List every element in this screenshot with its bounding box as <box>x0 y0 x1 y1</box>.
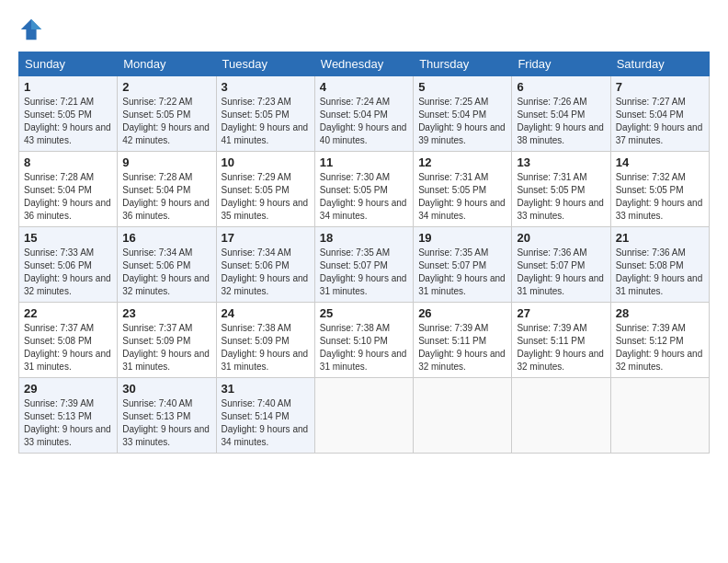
weekday-header-tuesday: Tuesday <box>216 52 314 76</box>
calendar-week-1: 1 Sunrise: 7:21 AM Sunset: 5:05 PM Dayli… <box>19 76 710 152</box>
day-number: 21 <box>616 231 704 245</box>
day-number: 6 <box>517 80 605 94</box>
day-number: 15 <box>24 231 112 245</box>
calendar-cell: 9 Sunrise: 7:28 AM Sunset: 5:04 PM Dayli… <box>118 152 216 227</box>
calendar-cell: 12 Sunrise: 7:31 AM Sunset: 5:05 PM Dayl… <box>414 152 512 227</box>
day-number: 26 <box>418 306 506 320</box>
day-number: 4 <box>320 80 408 94</box>
calendar-cell: 3 Sunrise: 7:23 AM Sunset: 5:05 PM Dayli… <box>216 76 314 152</box>
calendar-header: SundayMondayTuesdayWednesdayThursdayFrid… <box>19 52 710 76</box>
calendar-week-3: 15 Sunrise: 7:33 AM Sunset: 5:06 PM Dayl… <box>19 227 710 303</box>
day-info: Sunrise: 7:31 AM Sunset: 5:05 PM Dayligh… <box>517 171 605 223</box>
day-number: 11 <box>320 155 408 169</box>
calendar-cell: 2 Sunrise: 7:22 AM Sunset: 5:05 PM Dayli… <box>118 76 216 152</box>
day-number: 25 <box>320 306 408 320</box>
day-number: 31 <box>222 382 310 396</box>
day-number: 8 <box>24 155 112 169</box>
calendar-cell: 16 Sunrise: 7:34 AM Sunset: 5:06 PM Dayl… <box>118 227 216 303</box>
day-number: 22 <box>24 306 112 320</box>
weekday-header-monday: Monday <box>118 52 216 76</box>
day-info: Sunrise: 7:21 AM Sunset: 5:05 PM Dayligh… <box>24 96 112 147</box>
calendar-cell: 1 Sunrise: 7:21 AM Sunset: 5:05 PM Dayli… <box>19 76 118 152</box>
calendar-cell: 31 Sunrise: 7:40 AM Sunset: 5:14 PM Dayl… <box>216 378 314 454</box>
calendar-cell: 5 Sunrise: 7:25 AM Sunset: 5:04 PM Dayli… <box>414 76 512 152</box>
day-info: Sunrise: 7:32 AM Sunset: 5:05 PM Dayligh… <box>616 171 704 223</box>
day-number: 23 <box>122 306 210 320</box>
calendar-cell <box>512 378 610 454</box>
weekday-header-wednesday: Wednesday <box>314 52 413 76</box>
day-number: 13 <box>517 155 605 169</box>
day-number: 20 <box>517 231 605 245</box>
day-info: Sunrise: 7:26 AM Sunset: 5:04 PM Dayligh… <box>517 96 605 147</box>
calendar-cell: 15 Sunrise: 7:33 AM Sunset: 5:06 PM Dayl… <box>19 227 118 303</box>
day-info: Sunrise: 7:33 AM Sunset: 5:06 PM Dayligh… <box>24 247 112 298</box>
day-number: 2 <box>122 80 210 94</box>
day-number: 27 <box>517 306 605 320</box>
day-number: 7 <box>616 80 704 94</box>
day-number: 18 <box>320 231 408 245</box>
day-info: Sunrise: 7:25 AM Sunset: 5:04 PM Dayligh… <box>418 96 506 147</box>
day-number: 3 <box>222 80 310 94</box>
calendar-table: SundayMondayTuesdayWednesdayThursdayFrid… <box>18 52 710 454</box>
calendar-cell: 28 Sunrise: 7:39 AM Sunset: 5:12 PM Dayl… <box>610 303 709 378</box>
day-info: Sunrise: 7:39 AM Sunset: 5:12 PM Dayligh… <box>616 322 704 373</box>
calendar-cell: 22 Sunrise: 7:37 AM Sunset: 5:08 PM Dayl… <box>19 303 118 378</box>
svg-marker-1 <box>31 19 41 29</box>
calendar-cell: 21 Sunrise: 7:36 AM Sunset: 5:08 PM Dayl… <box>610 227 709 303</box>
calendar-cell: 11 Sunrise: 7:30 AM Sunset: 5:05 PM Dayl… <box>314 152 413 227</box>
day-info: Sunrise: 7:35 AM Sunset: 5:07 PM Dayligh… <box>418 247 506 298</box>
calendar-body: 1 Sunrise: 7:21 AM Sunset: 5:05 PM Dayli… <box>19 76 710 454</box>
calendar-cell: 4 Sunrise: 7:24 AM Sunset: 5:04 PM Dayli… <box>314 76 413 152</box>
day-info: Sunrise: 7:31 AM Sunset: 5:05 PM Dayligh… <box>418 171 506 223</box>
day-info: Sunrise: 7:30 AM Sunset: 5:05 PM Dayligh… <box>320 171 408 223</box>
day-number: 1 <box>24 80 112 94</box>
day-info: Sunrise: 7:29 AM Sunset: 5:05 PM Dayligh… <box>222 171 310 223</box>
day-info: Sunrise: 7:40 AM Sunset: 5:14 PM Dayligh… <box>222 397 310 449</box>
calendar-cell: 14 Sunrise: 7:32 AM Sunset: 5:05 PM Dayl… <box>610 152 709 227</box>
day-info: Sunrise: 7:37 AM Sunset: 5:09 PM Dayligh… <box>122 322 210 373</box>
calendar-week-4: 22 Sunrise: 7:37 AM Sunset: 5:08 PM Dayl… <box>19 303 710 378</box>
day-info: Sunrise: 7:37 AM Sunset: 5:08 PM Dayligh… <box>24 322 112 373</box>
weekday-header-saturday: Saturday <box>610 52 709 76</box>
day-number: 10 <box>222 155 310 169</box>
day-info: Sunrise: 7:38 AM Sunset: 5:09 PM Dayligh… <box>222 322 310 373</box>
weekday-header-sunday: Sunday <box>19 52 118 76</box>
calendar-cell <box>610 378 709 454</box>
calendar-cell: 24 Sunrise: 7:38 AM Sunset: 5:09 PM Dayl… <box>216 303 314 378</box>
day-info: Sunrise: 7:23 AM Sunset: 5:05 PM Dayligh… <box>222 96 310 147</box>
day-info: Sunrise: 7:39 AM Sunset: 5:11 PM Dayligh… <box>517 322 605 373</box>
calendar-cell: 26 Sunrise: 7:39 AM Sunset: 5:11 PM Dayl… <box>414 303 512 378</box>
day-number: 12 <box>418 155 506 169</box>
day-info: Sunrise: 7:27 AM Sunset: 5:04 PM Dayligh… <box>616 96 704 147</box>
calendar-cell: 25 Sunrise: 7:38 AM Sunset: 5:10 PM Dayl… <box>314 303 413 378</box>
calendar-cell: 6 Sunrise: 7:26 AM Sunset: 5:04 PM Dayli… <box>512 76 610 152</box>
logo <box>18 17 48 42</box>
day-info: Sunrise: 7:34 AM Sunset: 5:06 PM Dayligh… <box>122 247 210 298</box>
day-number: 28 <box>616 306 704 320</box>
calendar-week-5: 29 Sunrise: 7:39 AM Sunset: 5:13 PM Dayl… <box>19 378 710 454</box>
day-number: 19 <box>418 231 506 245</box>
logo-icon <box>18 17 44 42</box>
day-info: Sunrise: 7:22 AM Sunset: 5:05 PM Dayligh… <box>122 96 210 147</box>
weekday-header-thursday: Thursday <box>414 52 512 76</box>
day-number: 5 <box>418 80 506 94</box>
calendar-cell: 7 Sunrise: 7:27 AM Sunset: 5:04 PM Dayli… <box>610 76 709 152</box>
day-info: Sunrise: 7:36 AM Sunset: 5:07 PM Dayligh… <box>517 247 605 298</box>
day-info: Sunrise: 7:39 AM Sunset: 5:11 PM Dayligh… <box>418 322 506 373</box>
day-info: Sunrise: 7:34 AM Sunset: 5:06 PM Dayligh… <box>222 247 310 298</box>
weekday-header-friday: Friday <box>512 52 610 76</box>
calendar-cell: 23 Sunrise: 7:37 AM Sunset: 5:09 PM Dayl… <box>118 303 216 378</box>
calendar-cell: 19 Sunrise: 7:35 AM Sunset: 5:07 PM Dayl… <box>414 227 512 303</box>
header <box>18 17 710 42</box>
day-info: Sunrise: 7:39 AM Sunset: 5:13 PM Dayligh… <box>24 397 112 449</box>
day-info: Sunrise: 7:35 AM Sunset: 5:07 PM Dayligh… <box>320 247 408 298</box>
day-number: 30 <box>122 382 210 396</box>
calendar-cell: 13 Sunrise: 7:31 AM Sunset: 5:05 PM Dayl… <box>512 152 610 227</box>
calendar-cell: 27 Sunrise: 7:39 AM Sunset: 5:11 PM Dayl… <box>512 303 610 378</box>
day-number: 9 <box>122 155 210 169</box>
day-info: Sunrise: 7:28 AM Sunset: 5:04 PM Dayligh… <box>122 171 210 223</box>
day-number: 14 <box>616 155 704 169</box>
calendar-cell <box>414 378 512 454</box>
day-info: Sunrise: 7:24 AM Sunset: 5:04 PM Dayligh… <box>320 96 408 147</box>
calendar-cell: 29 Sunrise: 7:39 AM Sunset: 5:13 PM Dayl… <box>19 378 118 454</box>
